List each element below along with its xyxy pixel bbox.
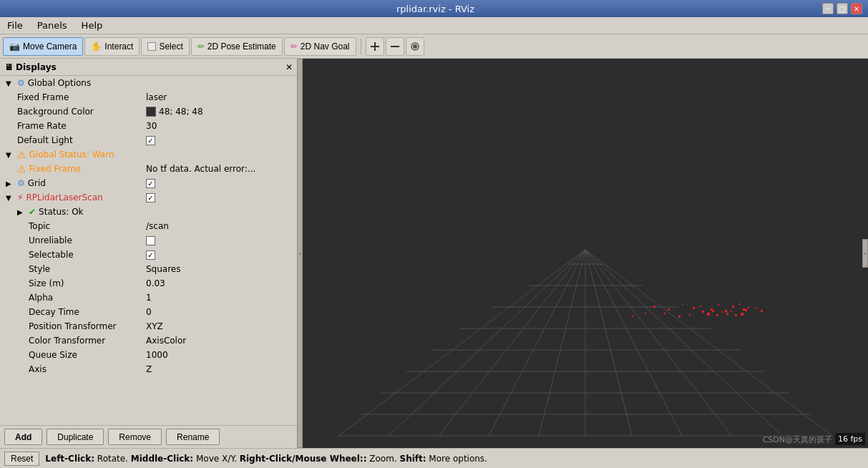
tool-nav-goal[interactable]: ✏ 2D Nav Goal — [284, 37, 356, 56]
rplidar-row[interactable]: ▼ ⚡ RPLidarLaserScan — [0, 190, 297, 205]
bg-color-swatch[interactable] — [146, 107, 156, 117]
style-value[interactable]: Squares — [143, 262, 297, 276]
tool-select[interactable]: Select — [141, 37, 189, 56]
bg-color-row[interactable]: Background Color 48; 48; 48 — [0, 104, 297, 119]
global-status-label[interactable]: ▼ ⚠ Global Status: Warn — [0, 147, 143, 162]
alpha-value[interactable]: 1 — [143, 291, 297, 305]
size-row[interactable]: Size (m) 0.03 — [0, 276, 297, 291]
interact-icon: ✋ — [91, 42, 102, 52]
status-ok-chevron[interactable]: ▶ — [17, 208, 26, 216]
bg-color-value[interactable]: 48; 48; 48 — [143, 104, 297, 119]
panel-collapse-handle[interactable]: ‹ — [297, 59, 303, 448]
axis-value[interactable]: Z — [143, 362, 297, 376]
decay-time-value[interactable]: 0 — [143, 305, 297, 319]
remove-button[interactable]: Remove — [108, 429, 162, 445]
menu-file[interactable]: File — [3, 19, 27, 32]
style-label: Style — [0, 262, 143, 276]
rplidar-chevron[interactable]: ▼ — [6, 194, 14, 202]
color-transformer-row[interactable]: Color Transformer AxisColor — [0, 333, 297, 348]
unreliable-checkbox[interactable] — [146, 236, 155, 245]
default-light-checkbox[interactable] — [146, 136, 155, 145]
size-value[interactable]: 0.03 — [143, 276, 297, 291]
toolbar-separator — [361, 39, 361, 54]
default-light-value[interactable] — [143, 133, 297, 147]
topic-value[interactable]: /scan — [143, 219, 297, 233]
fixed-frame-error-row[interactable]: ⚠ Fixed Frame No tf data. Actual error:.… — [0, 162, 297, 176]
rename-button[interactable]: Rename — [166, 429, 220, 445]
minimize-button[interactable]: ─ — [822, 3, 834, 14]
svg-rect-41 — [702, 311, 704, 313]
left-panel: 🖥 Displays ✕ ▼ ⚙ Global Options Fixed Fr… — [0, 59, 297, 448]
viewport[interactable]: 16 fps CSDN@天真的孩子 › — [303, 59, 868, 448]
toolbar: 📷 Move Camera ✋ Interact Select ✏ 2D Pos… — [0, 34, 868, 59]
svg-rect-33 — [725, 310, 727, 312]
statusbar-text: Left-Click: Rotate. Middle-Click: Move X… — [45, 454, 487, 464]
topic-row[interactable]: Topic /scan — [0, 219, 297, 233]
global-status-chevron[interactable]: ▼ — [6, 151, 14, 159]
selectable-value[interactable] — [143, 248, 297, 262]
color-transformer-value[interactable]: AxisColor — [143, 333, 297, 348]
tool-interact[interactable]: ✋ Interact — [84, 37, 140, 56]
grid-label[interactable]: ▶ ⚙ Grid — [0, 176, 143, 190]
grid-row[interactable]: ▶ ⚙ Grid — [0, 176, 297, 190]
unreliable-row[interactable]: Unreliable — [0, 233, 297, 248]
grid-chevron[interactable]: ▶ — [6, 180, 14, 187]
global-status-row[interactable]: ▼ ⚠ Global Status: Warn — [0, 147, 297, 162]
fixed-frame-error-value: No tf data. Actual error:... — [143, 162, 297, 176]
alpha-row[interactable]: Alpha 1 — [0, 291, 297, 305]
fixed-frame-row[interactable]: Fixed Frame laser — [0, 90, 297, 104]
status-ok-value — [143, 205, 297, 219]
maximize-button[interactable]: □ — [837, 3, 848, 14]
svg-rect-40 — [689, 314, 691, 316]
ok-icon: ✔ — [29, 207, 36, 217]
select-icon — [147, 42, 156, 51]
displays-close-button[interactable]: ✕ — [286, 62, 293, 72]
unreliable-value[interactable] — [143, 233, 297, 248]
grid-checkbox-cell[interactable] — [143, 176, 297, 190]
fixed-frame-value[interactable]: laser — [143, 90, 297, 104]
rplidar-checkbox-cell[interactable] — [143, 190, 297, 205]
tree-area[interactable]: ▼ ⚙ Global Options Fixed Frame laser Bac… — [0, 76, 297, 425]
queue-size-value[interactable]: 1000 — [143, 348, 297, 362]
pos-transformer-row[interactable]: Position Transformer XYZ — [0, 319, 297, 333]
camera-view-button[interactable] — [406, 37, 424, 56]
pos-transformer-value[interactable]: XYZ — [143, 319, 297, 333]
decay-time-row[interactable]: Decay Time 0 — [0, 305, 297, 319]
svg-rect-45 — [721, 311, 723, 313]
queue-size-row[interactable]: Queue Size 1000 — [0, 348, 297, 362]
warn-icon: ⚠ — [17, 149, 26, 160]
displays-header: 🖥 Displays ✕ — [0, 59, 297, 76]
menu-help[interactable]: Help — [77, 19, 107, 32]
ff-warn-icon: ⚠ — [17, 163, 26, 175]
duplicate-button[interactable]: Duplicate — [47, 429, 104, 445]
rplidar-label[interactable]: ▼ ⚡ RPLidarLaserScan — [0, 190, 143, 205]
global-options-label[interactable]: ▼ ⚙ Global Options — [0, 76, 143, 90]
frame-rate-value[interactable]: 30 — [143, 119, 297, 133]
status-ok-row[interactable]: ▶ ✔ Status: Ok — [0, 205, 297, 219]
content-area: 🖥 Displays ✕ ▼ ⚙ Global Options Fixed Fr… — [0, 59, 868, 448]
camera-icon: 📷 — [9, 42, 20, 52]
default-light-row[interactable]: Default Light — [0, 133, 297, 147]
tool-pose-estimate[interactable]: ✏ 2D Pose Estimate — [191, 37, 283, 56]
tool-move-camera[interactable]: 📷 Move Camera — [3, 37, 83, 56]
close-button[interactable]: ✕ — [851, 3, 862, 14]
right-collapse-handle[interactable]: › — [862, 239, 868, 268]
reset-button[interactable]: Reset — [4, 452, 39, 466]
global-options-chevron[interactable]: ▼ — [6, 79, 14, 87]
frame-rate-row[interactable]: Frame Rate 30 — [0, 119, 297, 133]
grid-checkbox[interactable] — [146, 179, 155, 188]
selectable-checkbox[interactable] — [146, 250, 155, 260]
add-button[interactable]: Add — [4, 429, 42, 445]
axis-row[interactable]: Axis Z — [0, 362, 297, 376]
add-point-button[interactable] — [366, 37, 384, 56]
style-row[interactable]: Style Squares — [0, 262, 297, 276]
menu-panels[interactable]: Panels — [33, 19, 72, 32]
svg-rect-44 — [716, 314, 718, 316]
rplidar-checkbox[interactable] — [146, 193, 155, 203]
svg-rect-52 — [632, 316, 633, 317]
global-options-row[interactable]: ▼ ⚙ Global Options — [0, 76, 297, 90]
zoom-out-button[interactable] — [386, 37, 404, 56]
selectable-row[interactable]: Selectable — [0, 248, 297, 262]
fixed-frame-label: Fixed Frame — [0, 90, 143, 104]
plus-icon — [369, 41, 381, 52]
